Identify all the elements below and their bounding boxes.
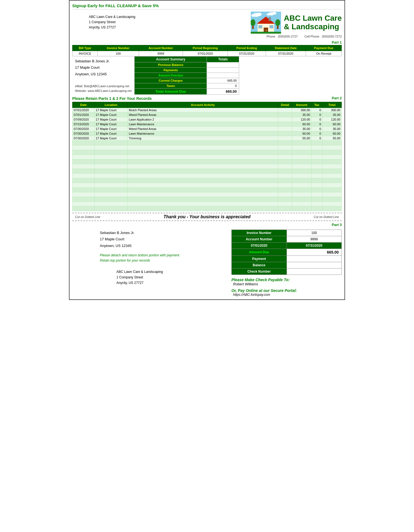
- act-total: [322, 188, 342, 192]
- act-tax: [311, 150, 322, 155]
- p3-payment-row: Payment: [232, 256, 342, 262]
- act-total: 120.00: [322, 117, 342, 122]
- total-amount-row: Total Amount Due 665.00: [135, 89, 239, 95]
- act-activity: Trimming: [128, 136, 278, 141]
- activity-row: 07/09/202017 Maple CourtLawn Application…: [73, 117, 342, 122]
- act-location: [95, 164, 128, 169]
- act-location: 17 Maple Court: [95, 113, 128, 117]
- act-activity: Lawn Maintenance: [128, 131, 278, 136]
- act-location: [95, 174, 128, 178]
- p3-check-row: Check Number: [232, 268, 342, 275]
- act-tax: 0: [311, 136, 322, 141]
- p3-check-label: Check Number: [232, 268, 287, 275]
- act-detail: [278, 169, 292, 174]
- return-address2: Anycity, US 27727: [116, 280, 226, 286]
- p3-account-label: Account Number: [232, 236, 287, 243]
- p3-invoice-label: Invoice Number: [232, 230, 287, 236]
- total-amount-value: 665.00: [207, 89, 239, 95]
- act-amount: [292, 183, 311, 188]
- act-total: [322, 164, 342, 169]
- act-col-total: Total: [322, 102, 342, 108]
- act-detail: [278, 155, 292, 159]
- part3-customer-addr1: 17 Maple Court: [100, 236, 226, 242]
- taxes-row: Taxes 0: [135, 83, 239, 89]
- banner-text: Signup Early for FALL CLEANUP & Save 5%: [72, 3, 159, 8]
- activity-row: [73, 206, 342, 211]
- act-activity: [128, 145, 278, 150]
- email-label: eMail:: [75, 84, 83, 88]
- act-tax: [311, 159, 322, 164]
- col-period-beginning: Period Beginning: [183, 45, 228, 51]
- act-col-location: Location: [95, 102, 128, 108]
- activity-row: [73, 183, 342, 188]
- act-detail: [278, 192, 292, 197]
- svg-rect-15: [264, 28, 268, 32]
- act-total: [322, 145, 342, 150]
- p3-period-row: 07/01/2020 07/31/2020: [232, 243, 342, 249]
- act-date: 07/30/2020: [73, 131, 95, 136]
- act-col-detail: Detail: [278, 102, 292, 108]
- act-detail: [278, 159, 292, 164]
- act-detail: [278, 202, 292, 206]
- act-detail: [278, 206, 292, 211]
- act-date: [73, 206, 95, 211]
- activity-row: [73, 164, 342, 169]
- act-date: [73, 159, 95, 164]
- p3-invoice-row: Invoice Number 100: [232, 230, 342, 236]
- activity-row: [73, 169, 342, 174]
- part3-customer-address: Sebastian B Jones Jr. 17 Maple Court Any…: [100, 230, 226, 249]
- act-location: [95, 145, 128, 150]
- statement-date-value: 07/31/2020: [266, 51, 306, 56]
- customer-website: www.ABCLawn-Landscaping.net: [88, 89, 132, 92]
- act-date: [73, 169, 95, 174]
- part3-left: Sebastian B Jones Jr. 17 Maple Court Any…: [72, 230, 226, 297]
- p3-check-value: [287, 268, 342, 275]
- p3-period-end: 07/31/2020: [287, 243, 342, 249]
- svg-rect-23: [251, 32, 281, 34]
- act-total: 35.00: [322, 127, 342, 131]
- cell-label: Cell Phone: [305, 35, 319, 38]
- act-tax: 0: [311, 113, 322, 117]
- retain-row: Please Retain Parts 1 & 2 For Your Recor…: [72, 95, 342, 101]
- svg-point-10: [275, 19, 280, 26]
- act-amount: [292, 155, 311, 159]
- act-tax: [311, 174, 322, 178]
- top-banner: Signup Early for FALL CLEANUP & Save 5%: [72, 3, 342, 9]
- return-address: ABC Lawn Care & Landscaping 1 Company St…: [100, 269, 226, 286]
- act-total: [322, 141, 342, 145]
- act-amount: 35.00: [292, 127, 311, 131]
- act-col-date: Date: [73, 102, 95, 108]
- activity-row: [73, 159, 342, 164]
- act-location: [95, 178, 128, 183]
- thank-you-text: Thank you - Your business is appreciated: [164, 214, 251, 219]
- act-tax: [311, 183, 322, 188]
- activity-row: 07/30/202017 Maple CourtTrimming 55.0005…: [73, 136, 342, 141]
- act-tax: 0: [311, 108, 322, 113]
- company-name: ABC Lawn Care & Landscaping: [89, 14, 135, 20]
- customer-summary-section: Sebastian B Jones Jr. 17 Maple Court Any…: [72, 56, 342, 95]
- act-detail: [278, 141, 292, 145]
- activity-row: [73, 192, 342, 197]
- act-amount: 60.00: [292, 131, 311, 136]
- p3-balance-row: Balance: [232, 262, 342, 268]
- pay-online-label: Or, Pay Online at our Secure Portal:: [231, 288, 342, 293]
- act-activity: [128, 183, 278, 188]
- amount-overdue-value: [207, 73, 239, 78]
- taxes-label: Taxes: [135, 83, 207, 89]
- svg-point-3: [251, 14, 256, 17]
- period-beginning-value: 07/01/2020: [183, 51, 228, 56]
- payee-name: Robert Williams: [233, 282, 342, 286]
- act-total: [322, 150, 342, 155]
- activity-row: 07/30/202017 Maple CourtLawn Maintenance…: [73, 131, 342, 136]
- activity-table: Date Location Account Activity Detail Am…: [72, 102, 342, 211]
- act-total: 300.00: [322, 108, 342, 113]
- act-location: [95, 202, 128, 206]
- phone-label: Phone: [266, 35, 275, 38]
- act-date: 07/30/2020: [73, 127, 95, 131]
- act-date: 07/30/2020: [73, 136, 95, 141]
- act-tax: [311, 202, 322, 206]
- act-amount: 120.00: [292, 117, 311, 122]
- part3-label: Part 3: [72, 223, 342, 227]
- svg-point-6: [267, 13, 271, 15]
- act-total: [322, 192, 342, 197]
